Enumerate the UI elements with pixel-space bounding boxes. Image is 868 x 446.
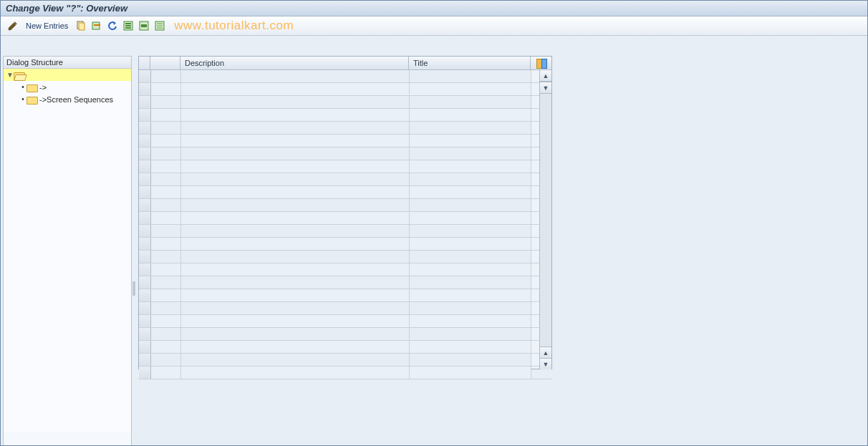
cell-description[interactable]	[181, 289, 410, 301]
row-selector[interactable]	[139, 276, 151, 289]
cell-title[interactable]	[410, 354, 531, 366]
cell-description[interactable]	[181, 186, 410, 198]
row-selector[interactable]	[139, 173, 151, 185]
cell-title[interactable]	[410, 315, 531, 327]
table-row[interactable]	[139, 96, 551, 109]
table-header-title[interactable]: Title	[409, 57, 531, 69]
cell-description[interactable]	[181, 263, 410, 276]
toggle-display-change-icon[interactable]	[7, 20, 19, 31]
row-selector[interactable]	[139, 302, 151, 314]
cell-title[interactable]	[410, 147, 531, 160]
table-row[interactable]	[139, 328, 551, 341]
table-row[interactable]	[139, 225, 551, 238]
cell-description[interactable]	[181, 212, 410, 224]
table-row[interactable]	[139, 238, 551, 251]
row-selector[interactable]	[139, 315, 151, 327]
table-row[interactable]	[139, 160, 551, 173]
row-selector[interactable]	[139, 160, 151, 173]
cell-title[interactable]	[410, 135, 531, 147]
row-selector[interactable]	[139, 147, 151, 160]
table-row[interactable]	[139, 341, 551, 354]
cell-title[interactable]	[410, 212, 531, 224]
row-selector[interactable]	[139, 354, 151, 366]
table-row[interactable]	[139, 70, 551, 83]
select-all-icon[interactable]	[122, 20, 134, 31]
cell-title[interactable]	[410, 70, 531, 82]
undo-change-icon[interactable]	[107, 20, 118, 31]
select-block-icon[interactable]	[138, 20, 150, 31]
cell-title[interactable]	[410, 302, 531, 314]
cell-description[interactable]	[181, 341, 410, 353]
cell-title[interactable]	[410, 160, 531, 173]
tree-node[interactable]: • ->Screen Sequences	[4, 93, 131, 105]
cell-description[interactable]	[181, 109, 410, 121]
table-select-all-header[interactable]	[139, 57, 150, 69]
tree-node[interactable]: • ->	[4, 81, 131, 93]
row-selector[interactable]	[139, 83, 151, 95]
splitter-handle-icon[interactable]	[132, 281, 135, 296]
table-row[interactable]	[139, 186, 551, 199]
pane-splitter[interactable]	[132, 56, 136, 442]
cell-title[interactable]	[410, 173, 531, 185]
row-selector[interactable]	[139, 251, 151, 263]
cell-title[interactable]	[410, 199, 531, 211]
cell-description[interactable]	[181, 147, 410, 160]
row-selector[interactable]	[139, 96, 151, 108]
cell-title[interactable]	[410, 186, 531, 198]
cell-description[interactable]	[181, 315, 410, 327]
row-selector[interactable]	[139, 367, 151, 379]
row-selector[interactable]	[139, 186, 151, 198]
cell-title[interactable]	[410, 289, 531, 301]
new-entries-button[interactable]: New Entries	[23, 21, 71, 30]
row-selector[interactable]	[139, 225, 151, 237]
cell-title[interactable]	[410, 122, 531, 134]
cell-description[interactable]	[181, 225, 410, 237]
row-selector[interactable]	[139, 70, 151, 82]
cell-description[interactable]	[181, 122, 410, 134]
cell-description[interactable]	[181, 276, 410, 289]
deselect-all-icon[interactable]	[154, 20, 165, 31]
cell-title[interactable]	[410, 225, 531, 237]
cell-title[interactable]	[410, 109, 531, 121]
cell-description[interactable]	[181, 328, 410, 340]
table-row[interactable]	[139, 109, 551, 122]
cell-description[interactable]	[181, 96, 410, 108]
row-selector[interactable]	[139, 328, 151, 340]
cell-description[interactable]	[181, 173, 410, 185]
cell-title[interactable]	[410, 341, 531, 353]
row-selector[interactable]	[139, 263, 151, 276]
table-header-description[interactable]: Description	[180, 57, 409, 69]
scroll-down-icon[interactable]: ▼	[540, 82, 551, 94]
row-selector[interactable]	[139, 341, 151, 353]
table-row[interactable]	[139, 83, 551, 96]
tree-root-node[interactable]: ▼	[4, 69, 131, 81]
table-row[interactable]	[139, 315, 551, 328]
cell-title[interactable]	[410, 276, 531, 289]
table-configure-button[interactable]	[531, 57, 551, 69]
cell-description[interactable]	[181, 354, 410, 366]
table-row[interactable]	[139, 147, 551, 160]
table-row[interactable]	[139, 199, 551, 212]
cell-description[interactable]	[181, 83, 410, 95]
cell-description[interactable]	[181, 238, 410, 250]
copy-as-icon[interactable]	[75, 20, 87, 31]
table-row[interactable]	[139, 289, 551, 302]
table-vertical-scrollbar[interactable]: ▲ ▼ ▲ ▼	[539, 70, 551, 369]
table-row[interactable]	[139, 367, 551, 379]
table-row[interactable]	[139, 173, 551, 186]
scroll-up-icon[interactable]: ▲	[540, 70, 551, 82]
cell-title[interactable]	[410, 238, 531, 250]
table-row[interactable]	[139, 302, 551, 315]
cell-description[interactable]	[181, 367, 410, 379]
expand-collapse-icon[interactable]: ▼	[6, 72, 14, 79]
table-row[interactable]	[139, 251, 551, 263]
dialog-structure-tree[interactable]: ▼ • -> • ->Screen Sequences	[4, 69, 131, 432]
cell-description[interactable]	[181, 135, 410, 147]
row-selector[interactable]	[139, 212, 151, 224]
table-row[interactable]	[139, 135, 551, 147]
cell-title[interactable]	[410, 367, 531, 379]
row-selector[interactable]	[139, 122, 151, 134]
table-row[interactable]	[139, 122, 551, 135]
cell-description[interactable]	[181, 302, 410, 314]
delete-icon[interactable]	[91, 20, 102, 31]
